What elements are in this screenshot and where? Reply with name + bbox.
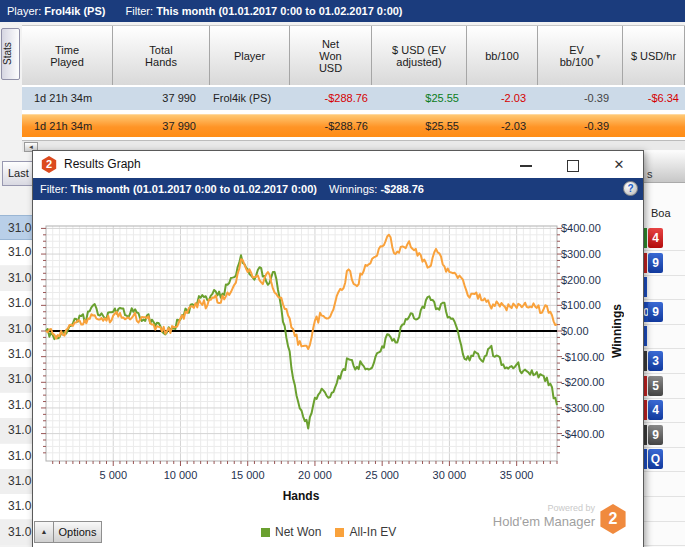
dialog-filter-value: This month (01.01.2017 0:00 to 01.02.201… [71, 183, 317, 195]
panel-header-band: s [643, 152, 685, 183]
stats-table-row-player[interactable]: 1d 21h 34m37 990Frol4ik (PS)-$288.76$25.… [22, 87, 685, 110]
player-filter-statusbar: Player: Frol4ik (PS) Filter: This month … [0, 0, 685, 22]
header-fragment: s [647, 168, 653, 180]
table-cell: -$6.34 [623, 87, 685, 110]
dialog-filter-label: Filter: [40, 183, 68, 195]
x-axis-title: Hands [271, 489, 331, 503]
column-header[interactable]: $ USD (EV adjusted) [372, 26, 467, 86]
session-row[interactable]: 31.0 [0, 215, 33, 240]
session-row[interactable]: 31.0 [0, 393, 33, 418]
board-row: 3 [643, 349, 685, 374]
dialog-filter-bar: Filter: This month (01.01.2017 0:00 to 0… [33, 178, 643, 200]
sessions-date-column: 31.031.031.031.031.031.031.031.031.031.0… [0, 0, 33, 547]
card-badge: 9 [648, 425, 663, 445]
close-icon[interactable]: ✕ [605, 151, 633, 178]
board-row: 09 [643, 300, 685, 325]
session-row[interactable]: 31.0 [0, 240, 33, 265]
hm2-logo-icon: 2 [41, 156, 57, 173]
minimize-button[interactable] [512, 151, 540, 178]
board-row: Q [643, 447, 685, 472]
session-row[interactable]: 31.0 [0, 520, 33, 545]
table-cell: -$288.76 [290, 115, 372, 137]
column-header[interactable]: Player [210, 26, 290, 86]
session-row[interactable]: 31.0 [0, 494, 33, 519]
session-row[interactable]: 31.0 [0, 342, 33, 367]
board-row [643, 521, 685, 546]
maximize-button[interactable] [559, 151, 587, 178]
table-cell: $25.55 [372, 87, 467, 110]
column-header[interactable]: $ USD/hr [623, 26, 685, 86]
column-header[interactable]: bb/100 [467, 26, 538, 86]
legend-swatch-icon [261, 528, 270, 537]
x-tick-label: 20 000 [287, 469, 343, 481]
board-row: 5 [643, 374, 685, 399]
results-graph-dialog: 2 Results Graph ✕ Filter: This month (01… [32, 150, 644, 547]
sort-arrow-icon[interactable]: ▾ [596, 52, 600, 61]
x-tick-label: 10 000 [152, 469, 208, 481]
session-row[interactable]: 31.0 [0, 291, 33, 316]
hm2-watermark-logo-icon: 2 [599, 504, 627, 534]
winnings-label: Winnings: [329, 183, 377, 195]
stats-table-header: Time PlayedTotal HandsPlayerNet Won USD$… [22, 25, 685, 87]
board-row [643, 497, 685, 522]
stats-table-summary-row[interactable]: 1d 21h 34m37 990-$288.76$25.55-2.03-0.39 [22, 114, 685, 137]
board-row: 4 [643, 226, 685, 251]
chart-legend: Net WonAll-In EV [261, 525, 410, 539]
y-tick-label: -$400.00 [561, 427, 619, 441]
table-cell: -0.39 [538, 115, 623, 137]
session-row[interactable]: 31.0 [0, 469, 33, 494]
table-cell: -0.39 [538, 87, 623, 110]
hm2-app-window: Player: Frol4ik (PS) Filter: This month … [0, 0, 685, 547]
options-control: ▲ Options [34, 521, 102, 543]
table-cell: -$288.76 [290, 87, 372, 110]
x-tick-label: 30 000 [421, 469, 477, 481]
table-cell: -2.03 [467, 87, 538, 110]
winnings-value: -$288.76 [380, 183, 423, 195]
table-cell: -2.03 [467, 115, 538, 137]
board-row [643, 324, 685, 349]
legend-label: Net Won [275, 525, 321, 539]
filter-value: This month (01.01.2017 0:00 to 01.02.201… [156, 5, 402, 17]
card-badge: 4 [648, 228, 663, 248]
board-row: 9 [643, 251, 685, 276]
card-badge: 5 [648, 376, 663, 396]
legend-item: Net Won [261, 525, 321, 539]
table-cell: 1d 21h 34m [22, 87, 113, 110]
table-cell: 37 990 [113, 115, 210, 137]
board-row [643, 275, 685, 300]
legend-item: All-In EV [335, 525, 396, 539]
x-tick-label: 15 000 [220, 469, 276, 481]
help-icon[interactable]: ? [623, 181, 638, 196]
options-button[interactable]: Options [54, 521, 102, 543]
y-axis-title: Winnings [610, 259, 627, 404]
board-column-header: Boa [651, 207, 671, 219]
watermark-powered-by: Powered by [493, 503, 595, 513]
session-row[interactable]: 31.0 [0, 418, 33, 443]
card-badge: 9 [648, 253, 663, 273]
legend-label: All-In EV [349, 525, 396, 539]
watermark: Powered by Hold'em Manager [493, 503, 595, 531]
session-row[interactable]: 31.0 [0, 367, 33, 392]
session-row[interactable]: 31.0 [0, 317, 33, 342]
session-row[interactable]: 31.0 [0, 444, 33, 469]
filter-label: Filter: [126, 5, 154, 17]
board-row: 4 [643, 398, 685, 423]
column-header[interactable]: Net Won USD [290, 26, 372, 86]
y-tick-label: $400.00 [561, 221, 619, 235]
x-tick-label: 25 000 [354, 469, 410, 481]
table-cell: 37 990 [113, 87, 210, 110]
column-header[interactable]: EV bb/100▾ [538, 26, 623, 86]
player-value: Frol4ik (PS) [44, 5, 105, 17]
session-row[interactable]: 31.0 [0, 266, 33, 291]
watermark-brand: Hold'em Manager [493, 513, 595, 531]
legend-swatch-icon [335, 528, 344, 537]
stats-table-body: 1d 21h 34m37 990Frol4ik (PS)-$288.76$25.… [22, 85, 685, 140]
table-cell [623, 115, 685, 137]
table-cell [210, 115, 290, 137]
column-header[interactable]: Total Hands [113, 26, 210, 86]
card-badge: 9 [648, 302, 663, 322]
dialog-titlebar[interactable]: 2 Results Graph ✕ [33, 151, 643, 178]
column-header[interactable]: Time Played [22, 26, 113, 86]
options-collapse-arrow-icon[interactable]: ▲ [34, 521, 54, 543]
board-column-panel: s Boa 49093549Q [642, 150, 685, 547]
